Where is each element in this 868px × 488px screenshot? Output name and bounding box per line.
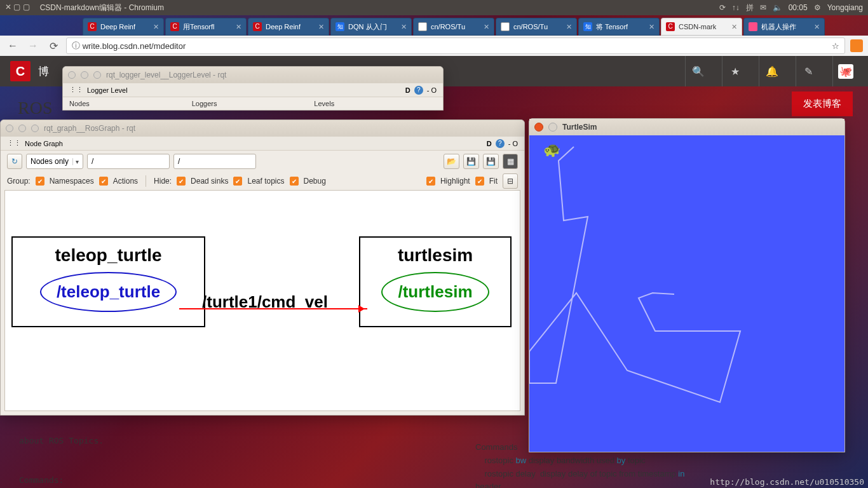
- browser-toolbar: ← → ⟳ ⓘ write.blog.csdn.net/mdeditor ☆: [0, 36, 868, 56]
- indicator-icon[interactable]: ⟳: [719, 3, 726, 12]
- window-close-icon[interactable]: [6, 125, 13, 132]
- ros-node-teleop[interactable]: /teleop_turtle: [40, 272, 177, 312]
- help-icon[interactable]: ?: [414, 86, 423, 95]
- orientation-button[interactable]: ⊟: [503, 173, 518, 189]
- node-filter-input[interactable]: /: [173, 154, 256, 169]
- github-icon[interactable]: 🐙: [832, 56, 858, 86]
- input-method-icon[interactable]: 拼: [746, 3, 754, 13]
- nav-reload-button[interactable]: ⟳: [46, 38, 61, 53]
- image-button[interactable]: ▦: [503, 154, 518, 169]
- session-username[interactable]: Yongqiang: [827, 3, 863, 12]
- turtle-icon: 🐢: [543, 142, 560, 158]
- browser-tab[interactable]: 机器人操作✕: [743, 18, 825, 36]
- node-group-teleop: teleop_turtle /teleop_turtle: [11, 236, 205, 327]
- window-title: TurtleSim: [562, 123, 597, 132]
- browser-tab[interactable]: cn/ROS/Tu✕: [413, 18, 494, 36]
- window-max-icon[interactable]: [31, 125, 39, 132]
- turtlesim-canvas[interactable]: 🐢: [529, 135, 844, 452]
- help-icon[interactable]: ?: [496, 139, 505, 148]
- star-icon[interactable]: ★: [722, 56, 747, 86]
- messaging-icon[interactable]: ✉: [760, 3, 766, 12]
- clock-label[interactable]: 00:05: [789, 3, 808, 12]
- network-icon[interactable]: ↑↓: [732, 3, 740, 12]
- turtlesim-window[interactable]: TurtleSim 🐢: [529, 118, 845, 452]
- browser-tab-active[interactable]: CCSDN-mark✕: [661, 18, 742, 36]
- save-button[interactable]: 💾: [463, 154, 479, 169]
- edit-icon[interactable]: ✎: [796, 56, 821, 86]
- window-min-icon[interactable]: [18, 125, 26, 132]
- checkbox-highlight[interactable]: ✔: [426, 177, 435, 186]
- browser-tab[interactable]: cn/ROS/Tu✕: [496, 18, 577, 36]
- address-bar[interactable]: ⓘ write.blog.csdn.net/mdeditor ☆: [66, 37, 845, 54]
- graph-toolbar: ↻ Nodes only / / 📂 💾 💾 ▦: [1, 151, 524, 172]
- url-text: write.blog.csdn.net/mdeditor: [83, 41, 186, 51]
- checkbox-leaftopics[interactable]: ✔: [233, 177, 242, 186]
- active-window-title: CSDN-markdown编辑器 - Chromium: [40, 3, 164, 13]
- browser-tab[interactable]: CDeep Reinf✕: [83, 18, 164, 36]
- extension-icon[interactable]: [850, 39, 863, 52]
- watermark-text: http://blog.csdn.net/u010510350: [710, 477, 864, 487]
- code-snippet-left: about ROS Topics. Commands: rostopic bw …: [19, 435, 253, 488]
- window-titlebar[interactable]: rqt_graph__RosGraph - rqt: [1, 120, 524, 137]
- ros-graph-canvas[interactable]: teleop_turtle /teleop_turtle turtlesim /…: [4, 190, 520, 411]
- open-button[interactable]: 📂: [444, 154, 459, 169]
- bookmark-star-icon[interactable]: ☆: [832, 41, 839, 51]
- edge-arrow-icon: [179, 308, 367, 309]
- browser-tab[interactable]: CDeep Reinf✕: [248, 18, 329, 36]
- checkbox-debug[interactable]: ✔: [290, 177, 299, 186]
- ros-node-turtlesim[interactable]: /turtlesim: [381, 272, 489, 312]
- window-min-icon[interactable]: [548, 123, 557, 132]
- topic-filter-input[interactable]: /: [87, 154, 170, 169]
- settings-gear-icon[interactable]: ⚙: [814, 3, 821, 12]
- turtle-path: [529, 135, 846, 452]
- window-max-icon[interactable]: [93, 71, 101, 79]
- plugin-handle-icon: ⋮⋮: [7, 139, 21, 147]
- window-close-icon[interactable]: [534, 123, 543, 132]
- window-controls-icon[interactable]: ✕ ▢ ▢: [5, 3, 30, 13]
- browser-tab[interactable]: 知将 Tensorf✕: [578, 18, 660, 36]
- window-titlebar[interactable]: TurtleSim: [529, 119, 844, 135]
- checkbox-actions[interactable]: ✔: [99, 177, 108, 186]
- save-as-button[interactable]: 💾: [483, 154, 499, 169]
- csdn-logo-icon[interactable]: C: [10, 61, 31, 81]
- rqt-graph-window[interactable]: rqt_graph__RosGraph - rqt ⋮⋮ Node Graph …: [0, 119, 525, 416]
- rqt-logger-window[interactable]: rqt_logger_level__LoggerLevel - rqt ⋮⋮ L…: [62, 66, 444, 111]
- window-title: rqt_logger_level__LoggerLevel - rqt: [106, 71, 226, 79]
- checkbox-namespaces[interactable]: ✔: [36, 177, 44, 186]
- browser-tab[interactable]: 知DQN 从入门✕: [330, 18, 412, 36]
- node-filter-select[interactable]: Nodes only: [26, 154, 83, 169]
- csdn-nav-item[interactable]: 博: [38, 64, 49, 79]
- ubuntu-top-panel: ✕ ▢ ▢ CSDN-markdown编辑器 - Chromium ⟳ ↑↓ 拼…: [0, 0, 868, 15]
- node-group-turtlesim: turtlesim /turtlesim: [359, 236, 512, 327]
- window-close-icon[interactable]: [68, 71, 76, 79]
- close-icon: ✕: [153, 23, 159, 31]
- refresh-button[interactable]: ↻: [7, 154, 22, 169]
- graph-options-row: Group: ✔Namespaces ✔Actions Hide: ✔Dead …: [1, 172, 524, 190]
- publish-button[interactable]: 发表博客: [792, 92, 853, 116]
- plugin-handle-icon: ⋮⋮: [69, 86, 83, 94]
- bell-icon[interactable]: 🔔: [759, 56, 784, 86]
- site-info-icon[interactable]: ⓘ: [72, 40, 80, 51]
- window-titlebar[interactable]: rqt_logger_level__LoggerLevel - rqt: [63, 67, 443, 83]
- browser-tabstrip: CDeep Reinf✕ C用Tensorfl✕ CDeep Reinf✕ 知D…: [0, 15, 868, 36]
- nav-forward-button: →: [25, 38, 41, 53]
- nav-back-button[interactable]: ←: [5, 38, 20, 53]
- window-title: rqt_graph__RosGraph - rqt: [44, 124, 135, 133]
- checkbox-fit[interactable]: ✔: [475, 177, 484, 186]
- volume-icon[interactable]: 🔈: [773, 3, 782, 12]
- page-heading: ROS: [18, 98, 52, 118]
- window-min-icon[interactable]: [81, 71, 88, 79]
- plugin-tab[interactable]: ⋮⋮ Logger Level D?- O: [63, 83, 443, 97]
- search-icon[interactable]: 🔍: [685, 56, 710, 86]
- plugin-tab[interactable]: ⋮⋮ Node Graph D?- O: [1, 137, 524, 151]
- logger-columns: NodesLoggersLevels: [63, 97, 443, 110]
- checkbox-deadsinks[interactable]: ✔: [177, 177, 186, 186]
- browser-tab[interactable]: C用Tensorfl✕: [165, 18, 247, 36]
